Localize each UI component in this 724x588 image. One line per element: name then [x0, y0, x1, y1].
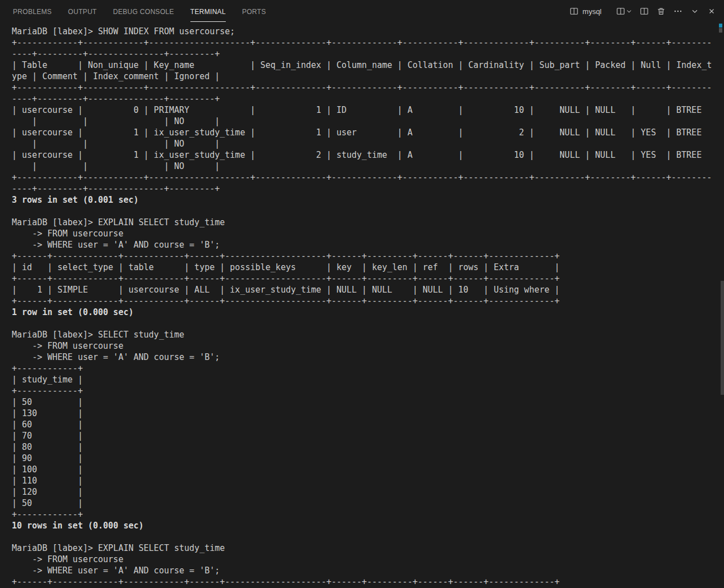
- table-row: | 70 |: [12, 430, 712, 441]
- table-border: +------------+------------+-------------…: [12, 37, 712, 60]
- new-terminal-split-button[interactable]: [614, 4, 634, 18]
- table-border: +------------+------------+-------------…: [12, 82, 712, 104]
- table-row: | 130 |: [12, 408, 712, 419]
- result-summary: 10 rows in set (0.000 sec): [12, 520, 712, 531]
- close-icon: [708, 7, 716, 15]
- blank-line: [12, 531, 712, 543]
- table-row: | 90 |: [12, 453, 712, 464]
- command-line: MariaDB [labex]> EXPLAIN SELECT study_ti…: [12, 217, 712, 228]
- more-actions-button[interactable]: [671, 4, 685, 18]
- table-border: +------+-------------+------------+-----…: [12, 295, 712, 307]
- table-border: +------+-------------+------------+-----…: [12, 250, 712, 262]
- vscode-panel: PROBLEMS OUTPUT DEBUG CONSOLE TERMINAL P…: [0, 0, 724, 588]
- command-continuation: -> FROM usercourse: [12, 228, 712, 239]
- table-border: +------+-------------+------------+-----…: [12, 273, 712, 284]
- ellipsis-icon: [673, 7, 682, 16]
- trash-icon: [657, 7, 666, 16]
- command-continuation: -> FROM usercourse: [12, 554, 712, 565]
- terminal-instance-label: mysql: [582, 7, 602, 16]
- terminal-scrollbar-thumb[interactable]: [721, 281, 724, 395]
- terminal-actions: mysql: [566, 0, 718, 22]
- tab-debug-console[interactable]: DEBUG CONSOLE: [113, 0, 174, 22]
- command-continuation: -> WHERE user = 'A' AND course = 'B';: [12, 239, 712, 250]
- overview-ruler-marker: [719, 28, 722, 33]
- command-continuation: -> FROM usercourse: [12, 340, 712, 352]
- table-row: | 100 |: [12, 464, 712, 475]
- table-row: | 60 |: [12, 419, 712, 430]
- tab-problems[interactable]: PROBLEMS: [13, 0, 52, 22]
- tab-output[interactable]: OUTPUT: [68, 0, 97, 22]
- overview-ruler-command-marker: [719, 24, 722, 28]
- chevron-down-icon: [626, 8, 632, 15]
- close-panel-button[interactable]: [705, 4, 718, 18]
- table-row: | usercourse | 0 | PRIMARY | 1 | ID | A …: [12, 104, 712, 127]
- table-row: | 80 |: [12, 441, 712, 453]
- table-border: +------------+: [12, 363, 712, 374]
- split-panel-icon: [570, 7, 579, 16]
- terminal-content[interactable]: MariaDB [labex]> SHOW INDEX FROM usercou…: [0, 22, 724, 588]
- kill-terminal-button[interactable]: [654, 4, 668, 18]
- table-border: +------------+------------+-------------…: [12, 172, 712, 194]
- table-row: | usercourse | 1 | ix_user_study_time | …: [12, 127, 712, 149]
- blank-line: [12, 318, 712, 329]
- terminal-instance-mysql[interactable]: mysql: [566, 5, 605, 17]
- table-row: | 50 |: [12, 396, 712, 408]
- table-row: | usercourse | 1 | ix_user_study_time | …: [12, 149, 712, 172]
- command-line: MariaDB [labex]> SHOW INDEX FROM usercou…: [12, 26, 712, 37]
- table-row: | 50 |: [12, 498, 712, 509]
- result-summary: 3 rows in set (0.001 sec): [12, 194, 712, 206]
- command-line: MariaDB [labex]> EXPLAIN SELECT study_ti…: [12, 543, 712, 554]
- table-row: | 120 |: [12, 486, 712, 498]
- chevron-down-icon: [691, 7, 699, 15]
- command-continuation: -> WHERE user = 'A' AND course = 'B';: [12, 352, 712, 363]
- table-row: | 1 | SIMPLE | usercourse | ALL | ix_use…: [12, 284, 712, 295]
- panel-tabbar: PROBLEMS OUTPUT DEBUG CONSOLE TERMINAL P…: [0, 0, 724, 22]
- command-continuation: -> WHERE user = 'A' AND course = 'B';: [12, 565, 712, 576]
- split-terminal-button[interactable]: [638, 4, 651, 18]
- result-summary: 1 row in set (0.000 sec): [12, 307, 712, 318]
- collapse-panel-button[interactable]: [688, 4, 702, 18]
- split-panel-icon: [640, 7, 649, 16]
- command-line: MariaDB [labex]> SELECT study_time: [12, 329, 712, 340]
- tab-ports[interactable]: PORTS: [242, 0, 266, 22]
- table-header: | id | select_type | table | type | poss…: [12, 262, 712, 273]
- panel-tabs: PROBLEMS OUTPUT DEBUG CONSOLE TERMINAL P…: [13, 0, 266, 22]
- table-border: +------------+: [12, 385, 712, 396]
- table-header: | Table | Non_unique | Key_name | Seq_in…: [12, 60, 712, 82]
- table-border: +------------+: [12, 509, 712, 520]
- tab-terminal[interactable]: TERMINAL: [190, 0, 226, 22]
- table-header: | study_time |: [12, 374, 712, 385]
- split-panel-icon: [616, 7, 625, 16]
- table-row: | 110 |: [12, 475, 712, 486]
- blank-line: [12, 206, 712, 217]
- table-border: +------+-------------+------------+-----…: [12, 576, 712, 587]
